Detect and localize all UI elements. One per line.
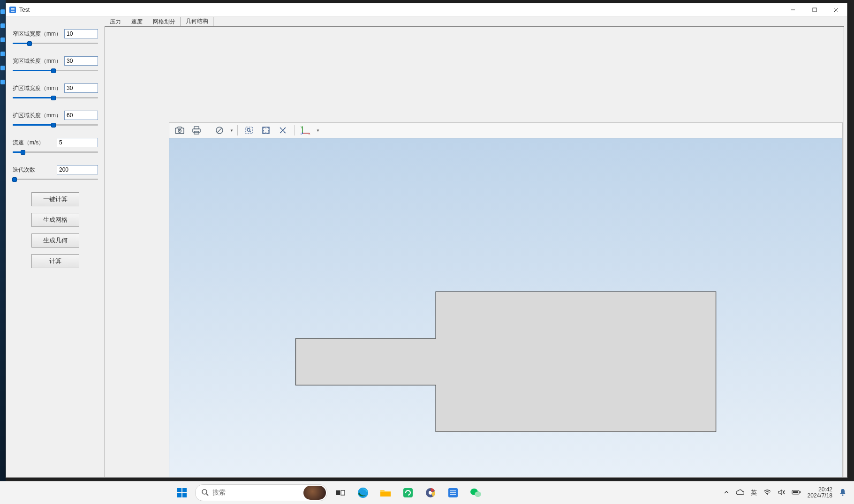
zoom-box-button[interactable] xyxy=(242,124,257,137)
explorer-app-icon[interactable] xyxy=(376,483,395,502)
svg-text:z: z xyxy=(301,132,302,135)
param-input-4[interactable] xyxy=(57,138,98,147)
svg-rect-2 xyxy=(813,8,816,12)
svg-point-43 xyxy=(767,494,768,495)
window-title: Test xyxy=(19,7,30,13)
svg-rect-33 xyxy=(341,490,345,495)
svg-rect-36 xyxy=(403,488,413,497)
param-label: 扩区域宽度（mm） xyxy=(13,84,61,92)
svg-point-15 xyxy=(247,128,250,131)
maximize-button[interactable] xyxy=(804,3,825,16)
svg-rect-10 xyxy=(194,127,199,129)
svg-rect-26 xyxy=(177,488,181,492)
svg-line-31 xyxy=(206,494,208,496)
param-slider-2[interactable] xyxy=(13,95,98,100)
clock[interactable]: 20:42 2024/7/18 xyxy=(808,487,832,499)
svg-text:x: x xyxy=(309,132,310,135)
tab-bar: 压力速度网格划分几何结构 xyxy=(105,17,844,26)
param-slider-1[interactable] xyxy=(13,68,98,73)
calc-button[interactable]: 计算 xyxy=(31,254,79,268)
green-app-icon[interactable] xyxy=(399,483,417,502)
notification-icon[interactable] xyxy=(839,488,846,498)
param-label: 扩区域长度（mm） xyxy=(13,112,61,120)
tray-chevron-icon[interactable] xyxy=(724,489,729,496)
close-button[interactable] xyxy=(825,3,847,16)
forbid-button[interactable] xyxy=(212,124,227,137)
taskbar-search[interactable]: 搜索 xyxy=(195,484,327,501)
start-button[interactable] xyxy=(173,483,191,502)
titlebar[interactable]: Test xyxy=(6,3,847,17)
wifi-icon[interactable] xyxy=(763,489,771,497)
tab-content: ▼ Yxz xyxy=(105,26,844,477)
app-icon xyxy=(9,6,16,14)
blue-app-icon[interactable] xyxy=(444,483,462,502)
svg-rect-35 xyxy=(380,492,391,496)
axes-dropdown-icon[interactable]: ▼ xyxy=(316,128,320,133)
param-label: 宽区域长度（mm） xyxy=(13,57,61,65)
gen-mesh-button[interactable]: 生成网格 xyxy=(31,213,79,227)
param-input-2[interactable] xyxy=(64,83,98,93)
svg-point-30 xyxy=(202,489,207,494)
svg-line-16 xyxy=(249,131,251,132)
minimize-button[interactable] xyxy=(782,3,804,16)
svg-rect-14 xyxy=(246,127,252,134)
screenshot-button[interactable] xyxy=(172,124,187,137)
svg-rect-47 xyxy=(793,491,798,493)
app-window: Test 窄区域宽度（mm）宽区域长度（mm）扩区域宽度（mm）扩区域长度（mm… xyxy=(6,3,847,478)
svg-rect-32 xyxy=(336,490,340,495)
calc-all-button[interactable]: 一键计算 xyxy=(31,192,79,206)
cloud-icon[interactable] xyxy=(736,489,744,497)
tab-2[interactable]: 网格划分 xyxy=(148,17,181,27)
svg-rect-8 xyxy=(178,127,181,128)
system-tray: 英 20:42 2024/7/18 xyxy=(724,487,850,499)
svg-line-13 xyxy=(217,128,222,133)
param-slider-3[interactable] xyxy=(13,122,98,128)
svg-point-42 xyxy=(475,492,481,497)
cross-arrows-button[interactable] xyxy=(275,124,290,137)
edge-app-icon[interactable] xyxy=(354,483,372,502)
param-input-1[interactable] xyxy=(64,56,98,66)
search-placeholder: 搜索 xyxy=(212,489,226,497)
svg-rect-28 xyxy=(177,493,181,497)
svg-rect-9 xyxy=(193,129,200,132)
svg-point-7 xyxy=(179,130,181,132)
viewer-toolbar: ▼ Yxz xyxy=(169,122,843,138)
volume-icon[interactable] xyxy=(778,489,785,497)
param-label: 流速（m/s） xyxy=(13,139,54,147)
print-button[interactable] xyxy=(189,124,204,137)
wechat-app-icon[interactable] xyxy=(466,483,485,502)
search-decor-icon xyxy=(303,486,326,500)
taskview-button[interactable] xyxy=(331,483,350,502)
fit-view-button[interactable] xyxy=(258,124,273,137)
browser-app-icon[interactable] xyxy=(421,483,440,502)
tab-0[interactable]: 压力 xyxy=(105,17,126,27)
left-panel: 窄区域宽度（mm）宽区域长度（mm）扩区域宽度（mm）扩区域长度（mm）流速（m… xyxy=(6,17,105,477)
param-input-3[interactable] xyxy=(64,111,98,120)
param-slider-4[interactable] xyxy=(13,149,98,155)
taskbar[interactable]: 搜索 英 20:42 2024/7/18 xyxy=(0,481,854,504)
axes-button[interactable]: Yxz xyxy=(298,124,313,137)
svg-point-24 xyxy=(302,133,303,134)
param-input-5[interactable] xyxy=(57,165,98,174)
param-slider-0[interactable] xyxy=(13,40,98,46)
svg-rect-29 xyxy=(182,493,187,497)
geometry-shape xyxy=(295,292,716,432)
viewer: ▼ Yxz xyxy=(169,122,843,477)
ime-indicator[interactable]: 英 xyxy=(751,489,757,497)
tab-1[interactable]: 速度 xyxy=(126,17,148,27)
param-label: 窄区域宽度（mm） xyxy=(13,30,61,38)
svg-text:Y: Y xyxy=(301,126,303,129)
battery-icon[interactable] xyxy=(792,489,801,496)
svg-point-49 xyxy=(842,494,844,496)
svg-rect-48 xyxy=(800,491,801,493)
param-slider-5[interactable] xyxy=(13,176,98,182)
gen-geom-button[interactable]: 生成几何 xyxy=(31,233,79,248)
param-label: 迭代次数 xyxy=(13,166,54,174)
forbid-dropdown-icon[interactable]: ▼ xyxy=(230,128,234,133)
param-input-0[interactable] xyxy=(64,29,98,38)
svg-rect-11 xyxy=(194,131,199,134)
right-panel: 压力速度网格划分几何结构 ▼ xyxy=(105,17,847,477)
viewer-canvas[interactable] xyxy=(169,138,843,477)
tab-3[interactable]: 几何结构 xyxy=(181,17,213,27)
desktop-sliver xyxy=(0,0,6,504)
